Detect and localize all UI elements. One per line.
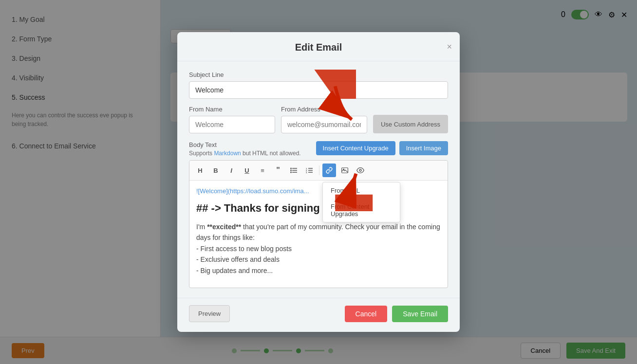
from-address-col: From Address [281, 106, 367, 133]
link-dropdown-wrapper: From URL From Content Upgrades [322, 164, 336, 177]
dropdown-from-url[interactable]: From URL [323, 182, 400, 199]
cancel-modal-button[interactable]: Cancel [345, 306, 388, 322]
toolbar-image-button[interactable] [338, 164, 352, 177]
edit-email-modal: Edit Email × Subject Line From Name From… [177, 32, 460, 332]
markdown-link[interactable]: Markdown [214, 150, 241, 157]
modal-close-button[interactable]: × [447, 42, 452, 51]
toolbar-b-button[interactable]: B [209, 164, 223, 177]
from-row: From Name From Address Use Custom Addres… [189, 106, 448, 133]
toolbar-eye-button[interactable] [354, 164, 367, 177]
footer-right-buttons: Cancel Save Email [345, 306, 448, 322]
editor-heading: ## -> Thanks for signing up! <- [196, 200, 441, 217]
subject-line-input[interactable] [189, 81, 448, 99]
toolbar-divider [319, 165, 319, 175]
body-text-label: Body Text [189, 141, 301, 148]
svg-point-3 [290, 168, 292, 169]
editor-wrapper: H B I U ≡ " 1.2.3. [189, 160, 448, 288]
svg-point-4 [290, 170, 292, 171]
body-text-label-group: Body Text Supports Markdown but HTML not… [189, 141, 301, 157]
custom-address-button[interactable]: Use Custom Address [373, 115, 448, 133]
link-dropdown-menu: From URL From Content Upgrades [322, 182, 400, 222]
svg-point-5 [290, 172, 292, 173]
editor-content[interactable]: ![Welcome](https://load.sumo.com/ima... … [189, 181, 448, 288]
from-address-label: From Address [281, 106, 367, 113]
toolbar-align-button[interactable]: ≡ [256, 164, 269, 177]
insert-content-button[interactable]: Insert Content Upgrade [316, 141, 395, 155]
editor-toolbar: H B I U ≡ " 1.2.3. [189, 161, 448, 181]
toolbar-link-button[interactable] [322, 164, 336, 177]
modal-body: Subject Line From Name From Address Use … [177, 61, 460, 298]
modal-header: Edit Email × [177, 32, 460, 61]
modal-footer: Preview Cancel Save Email [177, 298, 460, 332]
editor-body-text: I'm **excited** that you're part of my c… [196, 221, 441, 288]
insert-buttons: Insert Content Upgrade Insert Image [316, 141, 448, 155]
toolbar-u-button[interactable]: U [240, 164, 254, 177]
dropdown-from-content-upgrades[interactable]: From Content Upgrades [323, 199, 400, 222]
from-name-label: From Name [189, 106, 275, 113]
svg-point-14 [359, 169, 361, 171]
toolbar-quote-button[interactable]: " [271, 164, 285, 177]
markdown-note: Supports Markdown but HTML not allowed. [189, 150, 301, 157]
save-email-button[interactable]: Save Email [392, 306, 448, 322]
toolbar-h-button[interactable]: H [193, 164, 207, 177]
editor-link-line: ![Welcome](https://load.sumo.com/ima... [196, 186, 441, 197]
modal-title: Edit Email [295, 42, 342, 53]
toolbar-list-ol-button[interactable]: 1.2.3. [302, 164, 316, 177]
from-name-col: From Name [189, 106, 275, 133]
body-text-header: Body Text Supports Markdown but HTML not… [189, 141, 448, 157]
toolbar-i-button[interactable]: I [225, 164, 238, 177]
preview-button[interactable]: Preview [189, 305, 230, 322]
subject-line-label: Subject Line [189, 71, 448, 78]
from-name-input[interactable] [189, 116, 275, 133]
modal-overlay: Edit Email × Subject Line From Name From… [0, 0, 637, 364]
from-address-input[interactable] [281, 116, 367, 133]
toolbar-list-ul-button[interactable] [287, 164, 300, 177]
svg-text:3.: 3. [306, 171, 307, 173]
insert-image-button[interactable]: Insert Image [399, 141, 448, 155]
